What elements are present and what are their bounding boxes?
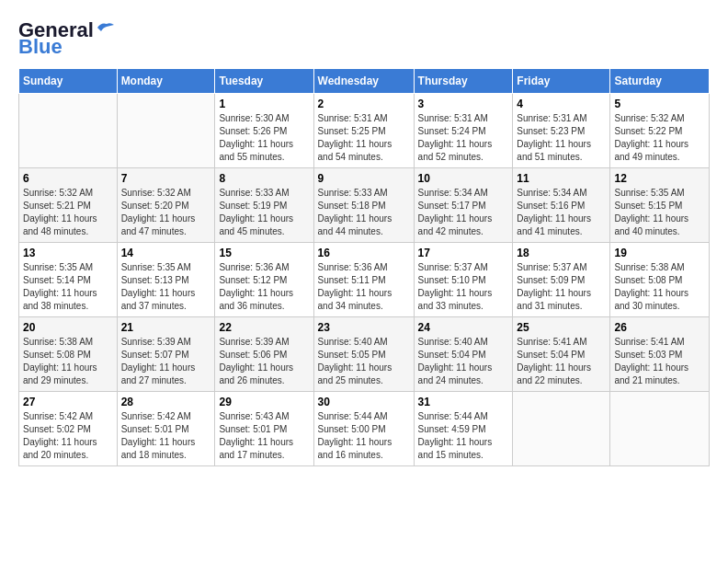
calendar-week-row: 6Sunrise: 5:32 AM Sunset: 5:21 PM Daylig… (19, 168, 710, 243)
calendar-cell (19, 94, 118, 168)
calendar-cell: 2Sunrise: 5:31 AM Sunset: 5:25 PM Daylig… (313, 94, 414, 168)
day-number: 18 (517, 247, 606, 259)
day-number: 11 (517, 172, 606, 185)
header-sunday: Sunday (19, 69, 118, 94)
page-header: General Blue (18, 18, 710, 59)
day-number: 17 (418, 247, 509, 259)
calendar-cell: 6Sunrise: 5:32 AM Sunset: 5:21 PM Daylig… (19, 168, 118, 243)
day-number: 29 (219, 396, 309, 408)
calendar-cell: 10Sunrise: 5:34 AM Sunset: 5:17 PM Dayli… (414, 168, 513, 243)
calendar-table: SundayMondayTuesdayWednesdayThursdayFrid… (18, 68, 710, 466)
day-number: 3 (418, 98, 509, 110)
day-number: 21 (121, 321, 211, 334)
calendar-cell: 22Sunrise: 5:39 AM Sunset: 5:06 PM Dayli… (215, 317, 313, 392)
calendar-cell: 4Sunrise: 5:31 AM Sunset: 5:23 PM Daylig… (513, 94, 610, 168)
header-saturday: Saturday (610, 69, 710, 94)
calendar-cell: 20Sunrise: 5:38 AM Sunset: 5:08 PM Dayli… (19, 317, 118, 392)
calendar-cell: 27Sunrise: 5:42 AM Sunset: 5:02 PM Dayli… (19, 392, 118, 466)
logo: General Blue (18, 18, 116, 59)
calendar-cell: 3Sunrise: 5:31 AM Sunset: 5:24 PM Daylig… (414, 94, 513, 168)
day-number: 4 (517, 98, 606, 110)
day-number: 5 (614, 98, 705, 110)
day-number: 19 (614, 247, 705, 259)
day-number: 9 (318, 172, 410, 185)
day-info: Sunrise: 5:35 AM Sunset: 5:15 PM Dayligh… (614, 187, 705, 238)
calendar-cell: 14Sunrise: 5:35 AM Sunset: 5:13 PM Dayli… (117, 243, 215, 317)
day-info: Sunrise: 5:30 AM Sunset: 5:26 PM Dayligh… (219, 112, 309, 164)
calendar-cell: 28Sunrise: 5:42 AM Sunset: 5:01 PM Dayli… (117, 392, 215, 466)
calendar-cell: 25Sunrise: 5:41 AM Sunset: 5:04 PM Dayli… (513, 317, 610, 392)
calendar-cell: 15Sunrise: 5:36 AM Sunset: 5:12 PM Dayli… (215, 243, 313, 317)
day-info: Sunrise: 5:44 AM Sunset: 4:59 PM Dayligh… (418, 410, 509, 462)
calendar-cell: 31Sunrise: 5:44 AM Sunset: 4:59 PM Dayli… (414, 392, 513, 466)
day-number: 7 (121, 172, 211, 185)
day-number: 13 (23, 247, 113, 259)
logo-bird-icon (96, 20, 116, 35)
day-number: 1 (219, 98, 309, 110)
day-info: Sunrise: 5:39 AM Sunset: 5:06 PM Dayligh… (219, 336, 309, 387)
day-number: 26 (614, 321, 705, 334)
day-number: 22 (219, 321, 309, 334)
header-wednesday: Wednesday (313, 69, 414, 94)
day-info: Sunrise: 5:33 AM Sunset: 5:18 PM Dayligh… (318, 187, 410, 238)
day-number: 14 (121, 247, 211, 259)
day-info: Sunrise: 5:31 AM Sunset: 5:24 PM Dayligh… (418, 112, 509, 164)
day-info: Sunrise: 5:31 AM Sunset: 5:23 PM Dayligh… (517, 112, 606, 164)
calendar-cell: 12Sunrise: 5:35 AM Sunset: 5:15 PM Dayli… (610, 168, 710, 243)
day-number: 27 (23, 396, 113, 408)
calendar-cell: 19Sunrise: 5:38 AM Sunset: 5:08 PM Dayli… (610, 243, 710, 317)
day-info: Sunrise: 5:37 AM Sunset: 5:09 PM Dayligh… (517, 261, 606, 313)
day-number: 23 (318, 321, 410, 334)
day-info: Sunrise: 5:40 AM Sunset: 5:04 PM Dayligh… (418, 336, 509, 387)
header-friday: Friday (513, 69, 610, 94)
calendar-week-row: 1Sunrise: 5:30 AM Sunset: 5:26 PM Daylig… (19, 94, 710, 168)
day-info: Sunrise: 5:39 AM Sunset: 5:07 PM Dayligh… (121, 336, 211, 387)
header-tuesday: Tuesday (215, 69, 313, 94)
day-info: Sunrise: 5:32 AM Sunset: 5:20 PM Dayligh… (121, 187, 211, 238)
calendar-cell: 24Sunrise: 5:40 AM Sunset: 5:04 PM Dayli… (414, 317, 513, 392)
day-number: 20 (23, 321, 113, 334)
day-number: 2 (318, 98, 410, 110)
day-number: 31 (418, 396, 509, 408)
logo-blue: Blue (18, 35, 63, 59)
calendar-cell: 11Sunrise: 5:34 AM Sunset: 5:16 PM Dayli… (513, 168, 610, 243)
calendar-cell: 21Sunrise: 5:39 AM Sunset: 5:07 PM Dayli… (117, 317, 215, 392)
day-info: Sunrise: 5:41 AM Sunset: 5:04 PM Dayligh… (517, 336, 606, 387)
calendar-cell: 30Sunrise: 5:44 AM Sunset: 5:00 PM Dayli… (313, 392, 414, 466)
day-info: Sunrise: 5:35 AM Sunset: 5:13 PM Dayligh… (121, 261, 211, 313)
day-info: Sunrise: 5:38 AM Sunset: 5:08 PM Dayligh… (614, 261, 705, 313)
day-info: Sunrise: 5:44 AM Sunset: 5:00 PM Dayligh… (318, 410, 410, 462)
day-number: 8 (219, 172, 309, 185)
calendar-cell: 23Sunrise: 5:40 AM Sunset: 5:05 PM Dayli… (313, 317, 414, 392)
calendar-cell: 18Sunrise: 5:37 AM Sunset: 5:09 PM Dayli… (513, 243, 610, 317)
header-monday: Monday (117, 69, 215, 94)
day-number: 12 (614, 172, 705, 185)
day-number: 28 (121, 396, 211, 408)
calendar-week-row: 27Sunrise: 5:42 AM Sunset: 5:02 PM Dayli… (19, 392, 710, 466)
calendar-cell: 5Sunrise: 5:32 AM Sunset: 5:22 PM Daylig… (610, 94, 710, 168)
day-info: Sunrise: 5:38 AM Sunset: 5:08 PM Dayligh… (23, 336, 113, 387)
calendar-cell (117, 94, 215, 168)
day-info: Sunrise: 5:31 AM Sunset: 5:25 PM Dayligh… (318, 112, 410, 164)
day-info: Sunrise: 5:42 AM Sunset: 5:02 PM Dayligh… (23, 410, 113, 462)
day-info: Sunrise: 5:33 AM Sunset: 5:19 PM Dayligh… (219, 187, 309, 238)
day-info: Sunrise: 5:41 AM Sunset: 5:03 PM Dayligh… (614, 336, 705, 387)
calendar-cell: 1Sunrise: 5:30 AM Sunset: 5:26 PM Daylig… (215, 94, 313, 168)
calendar-cell: 29Sunrise: 5:43 AM Sunset: 5:01 PM Dayli… (215, 392, 313, 466)
day-info: Sunrise: 5:32 AM Sunset: 5:21 PM Dayligh… (23, 187, 113, 238)
calendar-week-row: 20Sunrise: 5:38 AM Sunset: 5:08 PM Dayli… (19, 317, 710, 392)
day-number: 24 (418, 321, 509, 334)
day-info: Sunrise: 5:36 AM Sunset: 5:12 PM Dayligh… (219, 261, 309, 313)
day-info: Sunrise: 5:34 AM Sunset: 5:17 PM Dayligh… (418, 187, 509, 238)
header-thursday: Thursday (414, 69, 513, 94)
calendar-cell: 13Sunrise: 5:35 AM Sunset: 5:14 PM Dayli… (19, 243, 118, 317)
calendar-week-row: 13Sunrise: 5:35 AM Sunset: 5:14 PM Dayli… (19, 243, 710, 317)
day-info: Sunrise: 5:36 AM Sunset: 5:11 PM Dayligh… (318, 261, 410, 313)
day-number: 15 (219, 247, 309, 259)
day-info: Sunrise: 5:32 AM Sunset: 5:22 PM Dayligh… (614, 112, 705, 164)
day-number: 16 (318, 247, 410, 259)
calendar-cell (610, 392, 710, 466)
calendar-cell: 7Sunrise: 5:32 AM Sunset: 5:20 PM Daylig… (117, 168, 215, 243)
day-info: Sunrise: 5:42 AM Sunset: 5:01 PM Dayligh… (121, 410, 211, 462)
day-info: Sunrise: 5:43 AM Sunset: 5:01 PM Dayligh… (219, 410, 309, 462)
